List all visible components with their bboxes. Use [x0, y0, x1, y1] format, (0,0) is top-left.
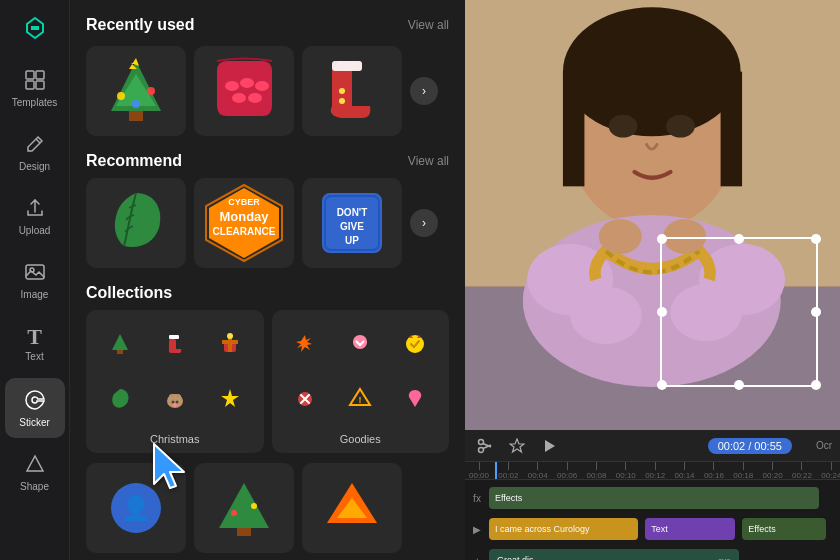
goodies-name: Goodies — [272, 429, 450, 453]
sticker-label: Sticker — [19, 418, 50, 428]
christmas-name: Christmas — [86, 429, 264, 453]
timeline-toolbar: 00:02 / 00:55 Ocr — [465, 430, 840, 462]
svg-rect-3 — [26, 81, 34, 89]
effects-track-icon: fx — [469, 490, 485, 506]
video-track-content: I came across Curology Text Effects — [489, 518, 836, 540]
svg-point-48 — [173, 403, 177, 407]
sidebar-item-sticker[interactable]: Sticker — [5, 378, 65, 438]
preview-area[interactable] — [465, 0, 840, 430]
svg-point-76 — [479, 439, 484, 444]
svg-point-77 — [479, 447, 484, 452]
right-panel: 00:02 / 00:55 Ocr 00:00 00:02 00:04 00:0… — [465, 0, 840, 560]
svg-point-50 — [406, 335, 424, 353]
sidebar: Templates Design Upload — [0, 0, 70, 560]
sidebar-item-upload[interactable]: Upload — [5, 186, 65, 246]
image-icon — [24, 261, 46, 286]
svg-point-46 — [171, 400, 174, 403]
audio-track-icon: ♪ — [469, 552, 485, 560]
svg-rect-41 — [222, 340, 238, 344]
templates-label: Templates — [12, 98, 58, 108]
svg-marker-81 — [545, 440, 555, 452]
cs-2 — [149, 318, 201, 370]
sticker-cell-chocolate[interactable] — [194, 46, 294, 136]
effects-clip[interactable]: Effects — [489, 487, 819, 509]
svg-rect-38 — [169, 335, 179, 339]
text-label: Text — [25, 352, 43, 362]
gs-3 — [389, 318, 441, 370]
svg-marker-56 — [219, 483, 269, 528]
video-clip-3[interactable]: Effects — [742, 518, 825, 540]
svg-marker-80 — [510, 439, 524, 452]
upload-icon — [24, 197, 46, 222]
goodies-stickers: ! — [272, 310, 450, 429]
recently-used-arrow[interactable]: › — [410, 77, 438, 105]
audio-clip-1[interactable]: Great dis ove — [489, 549, 739, 560]
cs-5 — [149, 373, 201, 425]
play-button[interactable] — [537, 434, 561, 458]
gs-2 — [334, 318, 386, 370]
svg-rect-64 — [563, 72, 585, 187]
svg-point-72 — [609, 115, 638, 138]
sticker-panel: Recently used View all — [70, 0, 465, 560]
timeline-tracks: fx Effects ▶ I came across Curology Text — [465, 480, 840, 560]
svg-point-10 — [117, 92, 125, 100]
recommend-header: Recommend View all — [86, 152, 449, 170]
recently-used-view-all[interactable]: View all — [408, 18, 449, 32]
sidebar-item-image[interactable]: Image — [5, 250, 65, 310]
star-button[interactable] — [505, 434, 529, 458]
preview-image-svg — [465, 0, 840, 430]
svg-point-58 — [231, 510, 237, 516]
upload-label: Upload — [19, 226, 51, 236]
sticker-cell-dontgiveup[interactable]: DON'T GIVE UP — [302, 178, 402, 268]
timeline: 00:02 / 00:55 Ocr 00:00 00:02 00:04 00:0… — [465, 430, 840, 560]
svg-point-17 — [232, 93, 246, 103]
track-row-effects: fx Effects — [465, 484, 840, 512]
text-icon: T — [27, 326, 42, 348]
svg-point-42 — [227, 333, 233, 339]
ocr-label: Ocr — [816, 440, 832, 451]
playhead[interactable] — [495, 462, 497, 479]
svg-point-11 — [147, 87, 155, 95]
effects-track-content: Effects — [489, 487, 836, 509]
svg-rect-35 — [117, 350, 123, 354]
track-row-video: ▶ I came across Curology Text Effects — [465, 515, 840, 543]
recommend-view-all[interactable]: View all — [408, 154, 449, 168]
svg-point-18 — [248, 93, 262, 103]
cs-3 — [204, 318, 256, 370]
recently-used-header: Recently used View all — [86, 16, 449, 34]
recommend-arrow[interactable]: › — [410, 209, 438, 237]
video-track-icon: ▶ — [469, 521, 485, 537]
sidebar-item-shape[interactable]: Shape — [5, 442, 65, 502]
sticker-cell-stocking[interactable] — [302, 46, 402, 136]
svg-point-59 — [251, 503, 257, 509]
svg-marker-49 — [221, 389, 239, 407]
collection-christmas[interactable]: Christmas — [86, 310, 264, 453]
video-clip-2[interactable]: Text — [645, 518, 735, 540]
svg-rect-1 — [26, 71, 34, 79]
sidebar-item-design[interactable]: Design — [5, 122, 65, 182]
svg-rect-21 — [332, 61, 362, 71]
svg-rect-57 — [237, 528, 251, 536]
sticker-cell-monday[interactable]: CYBER Monday CLEARANCE — [194, 178, 294, 268]
svg-point-63 — [563, 7, 741, 136]
sticker-cell-leaf[interactable] — [86, 178, 186, 268]
scissors-button[interactable] — [473, 434, 497, 458]
collections-grid: Christmas — [86, 310, 449, 453]
recently-used-row: › — [86, 46, 449, 136]
collection-goodies[interactable]: ! Goodies — [272, 310, 450, 453]
ruler-marks: 00:00 00:02 00:04 00:06 00:08 00:10 00:1… — [469, 462, 836, 479]
extra-sticker-2[interactable] — [194, 463, 294, 553]
svg-point-14 — [225, 81, 239, 91]
recently-used-title: Recently used — [86, 16, 194, 34]
templates-icon — [24, 69, 46, 94]
extra-sticker-3[interactable] — [302, 463, 402, 553]
sidebar-item-templates[interactable]: Templates — [5, 58, 65, 118]
extra-sticker-1[interactable]: 👤 — [86, 463, 186, 553]
shape-icon — [24, 453, 46, 478]
collections-title: Collections — [86, 284, 172, 302]
sidebar-item-text[interactable]: T Text — [5, 314, 65, 374]
video-clip-1[interactable]: I came across Curology — [489, 518, 638, 540]
sticker-cell-tree[interactable] — [86, 46, 186, 136]
shape-label: Shape — [20, 482, 49, 492]
app-logo — [17, 10, 53, 46]
